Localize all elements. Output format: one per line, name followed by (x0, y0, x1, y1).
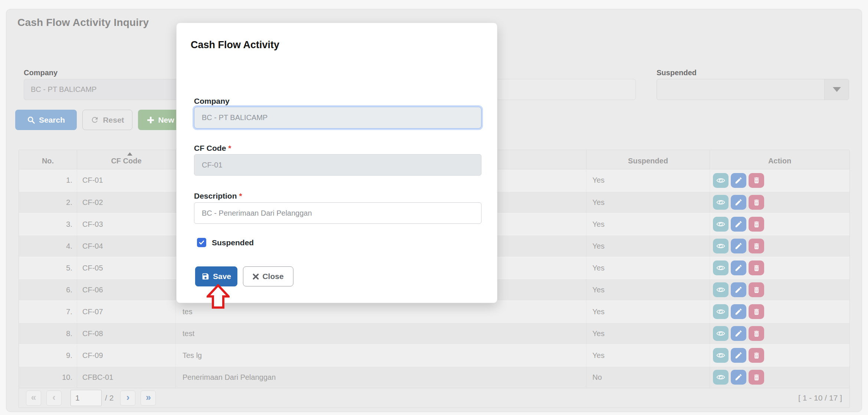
delete-button[interactable] (749, 217, 764, 232)
header-action: Action (710, 150, 849, 169)
edit-button[interactable] (731, 326, 746, 341)
view-button[interactable] (713, 173, 729, 188)
checkmark-icon (198, 239, 205, 246)
cell-cf-code: CFBC-01 (77, 366, 176, 388)
cell-no: 7. (19, 301, 77, 322)
cell-no: 5. (19, 257, 77, 279)
suspended-filter-select[interactable] (657, 79, 849, 100)
trash-icon (753, 330, 760, 338)
trash-icon (753, 264, 760, 272)
eye-icon (716, 242, 725, 250)
delete-button[interactable] (749, 195, 764, 210)
delete-button[interactable] (749, 370, 764, 385)
delete-button[interactable] (749, 348, 764, 363)
save-button[interactable]: Save (195, 266, 237, 286)
edit-button[interactable] (731, 304, 746, 319)
view-button[interactable] (713, 217, 729, 232)
cell-suspended: No (586, 366, 710, 388)
eye-icon (716, 351, 725, 360)
cell-description: Tes lg (176, 345, 586, 366)
cell-cf-code: CF-03 (77, 213, 176, 235)
close-button-label: Close (262, 272, 283, 281)
required-marker: * (239, 192, 242, 200)
cell-action (710, 323, 849, 344)
modal-cf-code-input[interactable] (194, 154, 481, 176)
view-button[interactable] (713, 239, 729, 253)
header-cf-code[interactable]: CF Code (77, 150, 176, 169)
cell-description: tes (176, 301, 586, 322)
cell-suspended: Yes (586, 301, 710, 322)
edit-button[interactable] (731, 173, 746, 188)
dropdown-arrow-button[interactable] (824, 79, 849, 100)
cell-suspended: Yes (586, 323, 710, 344)
header-no: No. (19, 150, 77, 169)
delete-button[interactable] (749, 304, 764, 319)
edit-button[interactable] (731, 217, 746, 232)
trash-icon (753, 220, 760, 228)
search-button-label: Search (39, 116, 65, 124)
pencil-icon (734, 351, 743, 359)
edit-button[interactable] (731, 239, 746, 253)
pencil-icon (734, 220, 743, 228)
pagination-range-label: [ 1 - 10 / 17 ] (798, 394, 842, 402)
cell-suspended: Yes (586, 345, 710, 366)
cell-suspended: Yes (586, 279, 710, 301)
view-button[interactable] (713, 260, 729, 275)
modal-description-input[interactable] (194, 202, 481, 224)
view-button[interactable] (713, 326, 729, 341)
reset-button[interactable]: Reset (82, 110, 132, 130)
pagination-prev-button[interactable]: ‹ (46, 391, 62, 406)
pagination-first-button[interactable]: « (26, 391, 41, 406)
cell-suspended: Yes (586, 235, 710, 257)
page-title: Cash Flow Activity Inquiry (17, 17, 149, 29)
modal-cf-code-label: CF Code* (194, 144, 231, 153)
cell-cf-code: CF-06 (77, 279, 176, 301)
trash-icon (753, 308, 760, 316)
cell-suspended: Yes (586, 213, 710, 235)
view-button[interactable] (713, 304, 729, 319)
cell-cf-code: CF-05 (77, 257, 176, 279)
delete-button[interactable] (749, 326, 764, 341)
modal-title: Cash Flow Activity (191, 39, 279, 51)
close-button[interactable]: Close (243, 266, 293, 286)
delete-button[interactable] (749, 239, 764, 253)
eye-icon (716, 220, 725, 229)
cell-no: 6. (19, 279, 77, 301)
edit-button[interactable] (731, 260, 746, 275)
cell-suspended: Yes (586, 192, 710, 213)
eye-icon (716, 373, 725, 382)
modal-suspended-checkbox[interactable] (197, 238, 206, 247)
eye-icon (716, 198, 725, 207)
delete-button[interactable] (749, 260, 764, 275)
cell-no: 2. (19, 192, 77, 213)
cell-no: 10. (19, 366, 77, 388)
view-button[interactable] (713, 195, 729, 210)
trash-icon (753, 374, 760, 381)
edit-button[interactable] (731, 348, 746, 363)
cell-no: 3. (19, 213, 77, 235)
plus-icon (147, 116, 154, 124)
modal-company-input[interactable] (194, 107, 481, 129)
delete-button[interactable] (749, 173, 764, 188)
table-row: 8. CF-08 test Yes (19, 322, 849, 344)
cell-no: 9. (19, 345, 77, 366)
delete-button[interactable] (749, 282, 764, 297)
search-button[interactable]: Search (15, 110, 77, 130)
cell-action (710, 301, 849, 322)
edit-button[interactable] (731, 195, 746, 210)
view-button[interactable] (713, 282, 729, 297)
pagination-last-button[interactable]: » (141, 391, 156, 406)
cell-no: 8. (19, 323, 77, 344)
cell-cf-code: CF-02 (77, 192, 176, 213)
header-suspended[interactable]: Suspended (586, 150, 710, 169)
close-icon (253, 273, 259, 280)
view-button[interactable] (713, 370, 729, 385)
edit-button[interactable] (731, 370, 746, 385)
pagination-page-input[interactable] (70, 390, 102, 406)
pagination-next-button[interactable]: › (120, 391, 135, 406)
edit-button[interactable] (731, 282, 746, 297)
cell-action (710, 235, 849, 257)
refresh-icon (91, 116, 99, 124)
modal-suspended-label: Suspended (212, 238, 254, 247)
view-button[interactable] (713, 348, 729, 363)
